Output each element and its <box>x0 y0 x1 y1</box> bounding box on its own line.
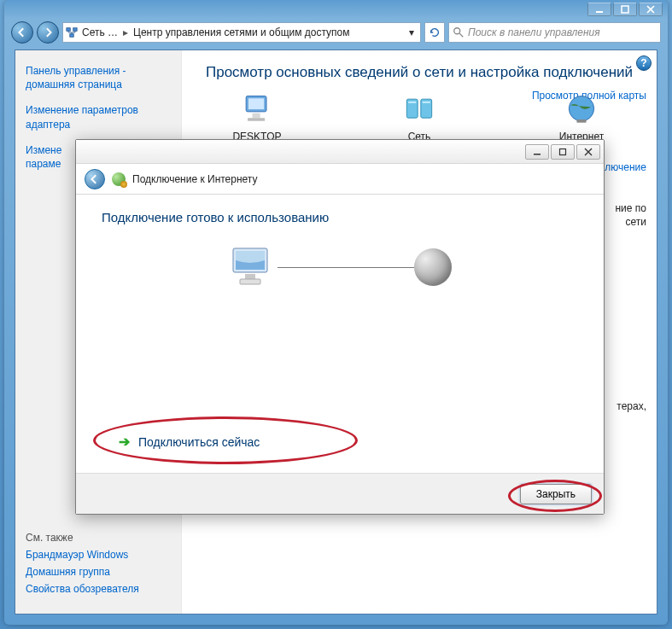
dialog-titlebar <box>76 140 604 164</box>
svg-rect-21 <box>245 274 255 279</box>
monitor-icon <box>228 245 278 289</box>
sidebar-link-homegroup[interactable]: Домашняя группа <box>26 566 171 578</box>
svg-rect-12 <box>408 102 416 103</box>
search-input[interactable]: Поиск в панели управления <box>448 22 661 43</box>
svg-rect-17 <box>534 154 541 155</box>
partial-text-3: терах, <box>616 400 646 412</box>
chevron-right-icon: ▸ <box>121 26 130 38</box>
svg-rect-13 <box>423 102 430 103</box>
refresh-button[interactable] <box>424 22 445 43</box>
dialog-heading: Подключение готово к использованию <box>102 210 578 224</box>
dialog-back-button[interactable] <box>85 169 105 189</box>
dialog-footer: Закрыть <box>76 473 604 514</box>
breadcrumb-part1[interactable]: Сеть … <box>82 26 118 38</box>
dialog-close-x-button[interactable] <box>576 144 600 160</box>
svg-rect-22 <box>240 279 260 284</box>
connect-now-link[interactable]: ➔ Подключиться сейчас <box>119 434 260 450</box>
help-icon[interactable]: ? <box>636 55 652 71</box>
svg-rect-0 <box>596 11 603 13</box>
internet-connection-icon <box>112 172 126 186</box>
dialog-title: Подключение к Интернету <box>132 173 258 185</box>
sidebar-item-adapter[interactable]: Изменение параметров адаптера <box>26 103 171 131</box>
arrow-right-icon: ➔ <box>119 434 130 450</box>
svg-rect-8 <box>253 114 260 119</box>
address-bar[interactable]: Сеть … ▸ Центр управления сетями и общим… <box>62 22 421 43</box>
search-placeholder: Поиск в панели управления <box>468 26 600 38</box>
svg-rect-2 <box>67 28 70 32</box>
partial-text-1: ние по <box>615 202 646 214</box>
window-titlebar <box>4 0 668 19</box>
partial-text-connection: лючение <box>605 161 646 173</box>
dialog-minimize-button[interactable] <box>525 144 549 160</box>
breadcrumb-part2[interactable]: Центр управления сетями и общим доступом <box>133 26 350 38</box>
svg-rect-7 <box>248 98 264 109</box>
partial-text-2: сети <box>626 216 646 228</box>
close-button[interactable] <box>639 3 663 16</box>
page-title: Просмотр основных сведений о сети и наст… <box>199 64 640 81</box>
globe-gray-icon <box>414 248 452 286</box>
forward-button[interactable] <box>37 21 59 44</box>
sidebar-link-firewall[interactable]: Брандмауэр Windows <box>26 549 171 561</box>
maximize-button[interactable] <box>613 3 637 16</box>
nav-toolbar: Сеть … ▸ Центр управления сетями и общим… <box>11 19 661 46</box>
minimize-button[interactable] <box>587 3 611 16</box>
connection-visual <box>102 245 578 289</box>
connection-line <box>278 267 414 268</box>
search-icon <box>453 26 465 38</box>
globe-icon <box>563 91 600 129</box>
dialog-maximize-button[interactable] <box>551 144 575 160</box>
dialog-header: Подключение к Интернету <box>76 164 604 195</box>
svg-rect-4 <box>70 34 73 38</box>
wizard-dialog: Подключение к Интернету Подключение гото… <box>75 139 605 515</box>
svg-point-5 <box>454 28 460 34</box>
svg-rect-3 <box>73 28 77 32</box>
svg-rect-9 <box>248 118 265 121</box>
svg-rect-16 <box>577 119 587 123</box>
net-item-internet: Интернет <box>535 91 628 143</box>
net-item-network: Сеть <box>372 91 466 143</box>
svg-rect-1 <box>622 6 628 13</box>
computer-icon <box>238 91 276 129</box>
net-item-desktop: DESKTOP <box>210 91 304 143</box>
svg-rect-18 <box>560 149 566 154</box>
dialog-body: Подключение готово к использованию ➔ Под… <box>76 195 604 473</box>
sidebar-home-link[interactable]: Панель управления - домашняя страница <box>26 64 171 91</box>
network-icon <box>65 26 79 39</box>
network-icon <box>400 91 438 129</box>
back-button[interactable] <box>11 21 33 44</box>
chevron-down-icon[interactable]: ▾ <box>405 26 418 38</box>
sidebar-link-internet-props[interactable]: Свойства обозревателя <box>26 583 171 595</box>
sidebar-footer-header: См. также <box>26 532 171 544</box>
connect-now-label: Подключиться сейчас <box>138 435 260 449</box>
dialog-close-button[interactable]: Закрыть <box>520 484 592 504</box>
